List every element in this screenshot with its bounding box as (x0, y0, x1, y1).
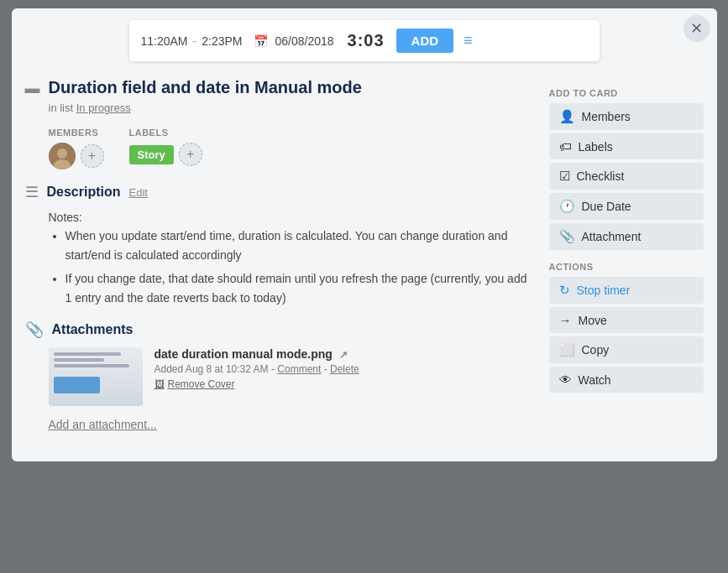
description-edit-link[interactable]: Edit (129, 186, 148, 199)
attachment-sidebar-icon: 📎 (559, 229, 575, 244)
card-list-info: in list In progress (49, 102, 536, 114)
copy-button[interactable]: ⬜ Copy (549, 336, 704, 363)
timer-add-button[interactable]: ADD (396, 29, 454, 53)
description-item-1: When you update start/end time, duration… (65, 227, 536, 264)
remove-cover-icon: 🖼 (155, 378, 165, 390)
due-date-icon: 🕐 (559, 199, 575, 214)
modal: ✕ 11:20AM - 2:23PM 📅 06/08/2018 3:03 ADD… (12, 8, 717, 461)
timer-end-time: 2:23PM (202, 34, 242, 48)
description-icon: ☰ (25, 183, 39, 201)
in-list-text: in list (49, 102, 74, 114)
attachment-sidebar-button[interactable]: 📎 Attachment (549, 223, 704, 250)
actions-label: ACTIONS (549, 262, 704, 272)
copy-icon: ⬜ (559, 342, 575, 357)
attachments-section: 📎 Attachments (25, 320, 536, 431)
members-group: MEMBERS + (49, 128, 104, 169)
story-label-tag[interactable]: Story (129, 145, 174, 164)
card-title: Duration field and date in Manual mode (49, 76, 362, 98)
labels-items: Story + (129, 143, 202, 166)
watch-button[interactable]: 👁 Watch (549, 367, 704, 393)
members-icon: 👤 (559, 109, 575, 124)
attachments-title: Attachments (52, 322, 134, 337)
close-button[interactable]: ✕ (683, 15, 710, 42)
attachments-icon: 📎 (25, 320, 44, 339)
attachments-header: 📎 Attachments (25, 320, 536, 339)
notes-label: Notes: (49, 208, 536, 227)
attachment-item: date duration manual mode.png ↗ Added Au… (49, 347, 536, 406)
card-header: ▬ Duration field and date in Manual mode (25, 76, 536, 98)
comment-link[interactable]: Comment (277, 363, 321, 375)
timer-start-time: 11:20AM (141, 34, 188, 48)
description-content: Notes: When you update start/end time, d… (49, 208, 536, 307)
main-content: ▬ Duration field and date in Manual mode… (25, 68, 536, 445)
attachment-date: Added Aug 8 at 10:32 AM - Comment - Dele… (155, 363, 536, 375)
labels-sidebar-button[interactable]: 🏷 Labels (549, 133, 704, 159)
description-list: When you update start/end time, duration… (49, 227, 536, 307)
members-items: + (49, 143, 104, 169)
description-section: ☰ Description Edit Notes: When you updat… (25, 183, 536, 307)
move-button[interactable]: → Move (549, 307, 704, 333)
modal-overlay: ✕ 11:20AM - 2:23PM 📅 06/08/2018 3:03 ADD… (0, 0, 728, 573)
stop-timer-button[interactable]: ↻ Stop timer (549, 277, 704, 304)
timer-duration: 3:03 (348, 31, 385, 50)
add-label-button[interactable]: + (179, 143, 202, 166)
labels-label: LABELS (129, 128, 202, 138)
remove-cover-button[interactable]: 🖼 Remove Cover (155, 378, 536, 390)
card-type-icon: ▬ (25, 80, 40, 97)
svg-point-1 (57, 148, 67, 159)
members-sidebar-button[interactable]: 👤 Members (549, 103, 704, 130)
attachment-thumbnail (49, 347, 143, 406)
add-to-card-label: ADD TO CARD (549, 88, 704, 98)
description-header: ☰ Description Edit (25, 183, 536, 201)
timer-bar: 11:20AM - 2:23PM 📅 06/08/2018 3:03 ADD ≡ (129, 20, 600, 61)
stop-timer-icon: ↻ (559, 283, 570, 298)
timer-dash: - (193, 34, 197, 48)
description-item-2: If you change date, that date should rem… (65, 269, 536, 307)
delete-link[interactable]: Delete (330, 363, 359, 375)
external-link-icon[interactable]: ↗ (339, 349, 348, 361)
move-icon: → (559, 313, 572, 327)
due-date-sidebar-button[interactable]: 🕐 Due Date (549, 193, 704, 220)
add-member-button[interactable]: + (81, 144, 104, 168)
labels-group: LABELS Story + (129, 128, 202, 169)
add-attachment-link[interactable]: Add an attachment... (49, 418, 536, 431)
members-label: MEMBERS (49, 128, 104, 138)
description-title: Description (47, 185, 121, 200)
avatar (49, 143, 76, 169)
list-name-link[interactable]: In progress (76, 102, 131, 114)
timer-date: 06/08/2018 (275, 34, 333, 48)
timer-list-icon[interactable]: ≡ (464, 32, 473, 49)
meta-section: MEMBERS + (49, 128, 536, 169)
attachment-details: date duration manual mode.png ↗ Added Au… (155, 347, 536, 390)
checklist-icon: ☑ (559, 169, 570, 184)
calendar-icon: 📅 (254, 34, 268, 48)
labels-icon: 🏷 (559, 139, 572, 154)
attachment-name: date duration manual mode.png ↗ (155, 347, 536, 361)
checklist-sidebar-button[interactable]: ☑ Checklist (549, 163, 704, 190)
sidebar: ADD TO CARD 👤 Members 🏷 Labels ☑ Checkli… (536, 68, 704, 445)
watch-icon: 👁 (559, 372, 572, 387)
